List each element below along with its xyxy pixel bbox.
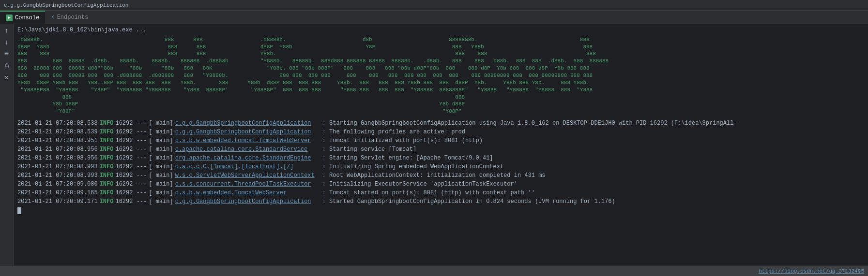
log-thread-7: [ main] — [149, 171, 173, 180]
log-timestamp-7: 2021-01-21 07:20:08.993 — [17, 171, 98, 180]
tab-endpoints[interactable]: ⚡ Endpoints — [45, 11, 94, 24]
log-message-2: : The following profiles are active: pro… — [322, 128, 864, 136]
log-level-8: INFO — [100, 180, 114, 189]
log-level-7: INFO — [100, 171, 114, 180]
log-class-2[interactable]: c.g.g.GangbbSpringbootConfigApplication — [175, 128, 320, 136]
log-level-10: INFO — [100, 197, 114, 206]
tab-console[interactable]: ▶ Console — [0, 11, 45, 24]
log-level-3: INFO — [100, 136, 114, 145]
log-line-8: 2021-01-21 07:20:09.080 INFO 16292 --- [… — [17, 180, 864, 189]
status-link[interactable]: https://blog.csdn.net/qq_37132495 — [759, 268, 864, 274]
log-pid-9: 16292 --- — [115, 189, 147, 197]
log-line-4: 2021-01-21 07:20:08.956 INFO 16292 --- [… — [17, 145, 864, 154]
log-pid-3: 16292 --- — [115, 136, 147, 145]
log-line-2: 2021-01-21 07:20:08.539 INFO 16292 --- [… — [17, 128, 864, 136]
log-class-7[interactable]: w.s.c.ServletWebServerApplicationContext — [175, 171, 320, 180]
log-thread-4: [ main] — [149, 145, 173, 154]
log-thread-5: [ main] — [149, 154, 173, 162]
log-line-3: 2021-01-21 07:20:08.951 INFO 16292 --- [… — [17, 136, 864, 145]
log-message-4: : Starting service [Tomcat] — [322, 145, 864, 154]
log-timestamp-8: 2021-01-21 07:20:09.080 — [17, 180, 98, 189]
log-thread-8: [ main] — [149, 180, 173, 189]
log-timestamp-9: 2021-01-21 07:20:09.165 — [17, 189, 98, 197]
log-pid-1: 16292 --- — [115, 119, 147, 128]
tab-endpoints-label: Endpoints — [57, 14, 89, 21]
log-message-3: : Tomcat initialized with port(s): 8081 … — [322, 136, 864, 145]
log-timestamp-4: 2021-01-21 07:20:08.956 — [17, 145, 98, 154]
title-bar: c.g.g.GangbbSpringbootConfigApplication — [0, 0, 868, 11]
log-line-6: 2021-01-21 07:20:08.993 INFO 16292 --- [… — [17, 162, 864, 171]
log-class-10[interactable]: c.g.g.GangbbSpringbootConfigApplication — [175, 197, 320, 206]
log-timestamp-3: 2021-01-21 07:20:08.951 — [17, 136, 98, 145]
log-thread-9: [ main] — [149, 189, 173, 197]
log-pid-10: 16292 --- — [115, 197, 147, 206]
log-level-9: INFO — [100, 189, 114, 197]
status-bar: https://blog.csdn.net/qq_37132495 — [0, 265, 868, 276]
log-line-1: 2021-01-21 07:20:08.538 INFO 16292 --- [… — [17, 119, 864, 128]
log-class-3[interactable]: o.s.b.w.embedded.tomcat.TomcatWebServer — [175, 136, 320, 145]
log-message-6: : Initializing Spring embedded WebApplic… — [322, 162, 864, 171]
log-thread-2: [ main] — [149, 128, 173, 136]
log-thread-1: [ main] — [149, 119, 173, 128]
console-output[interactable]: E:\Java\jdk1.8.0_162\bin\java.exe ... .d… — [14, 24, 868, 265]
log-pid-4: 16292 --- — [115, 145, 147, 154]
log-message-7: : Root WebApplicationContext: initializa… — [322, 171, 864, 180]
log-level-2: INFO — [100, 128, 114, 136]
log-line-10: 2021-01-21 07:20:09.171 INFO 16292 --- [… — [17, 197, 864, 206]
log-level-4: INFO — [100, 145, 114, 154]
log-timestamp-5: 2021-01-21 07:20:08.956 — [17, 154, 98, 162]
log-line-5: 2021-01-21 07:20:08.956 INFO 16292 --- [… — [17, 154, 864, 162]
cursor-line — [17, 207, 864, 215]
tab-console-label: Console — [15, 15, 39, 21]
java-path: E:\Java\jdk1.8.0_162\bin\java.exe ... — [17, 26, 864, 34]
log-level-5: INFO — [100, 154, 114, 162]
log-pid-5: 16292 --- — [115, 154, 147, 162]
spring-ascii-art: .d8888b. 888 888 .d8888b. d8b 8888888b. … — [17, 36, 864, 115]
title-text: c.g.g.GangbbSpringbootConfigApplication — [4, 2, 128, 8]
log-thread-10: [ main] — [149, 197, 173, 206]
log-class-6[interactable]: o.a.c.c.C.[Tomcat].[localhost].[/] — [175, 162, 320, 171]
log-pid-6: 16292 --- — [115, 162, 147, 171]
log-level-6: INFO — [100, 162, 114, 171]
log-class-9[interactable]: o.s.b.w.embedded.TomcatWebServer — [175, 189, 320, 197]
clear-button[interactable]: ✕ — [2, 73, 12, 82]
log-class-1[interactable]: c.g.g.GangbbSpringbootConfigApplication — [175, 119, 320, 128]
console-icon: ▶ — [6, 15, 13, 21]
print-button[interactable]: ⎙ — [2, 61, 12, 71]
log-timestamp-10: 2021-01-21 07:20:09.171 — [17, 197, 98, 206]
log-pid-2: 16292 --- — [115, 128, 147, 136]
log-thread-3: [ main] — [149, 136, 173, 145]
log-class-5[interactable]: org.apache.catalina.core.StandardEngine — [175, 154, 320, 162]
log-timestamp-6: 2021-01-21 07:20:08.993 — [17, 162, 98, 171]
log-message-9: : Tomcat started on port(s): 8081 (http)… — [322, 189, 864, 197]
log-line-7: 2021-01-21 07:20:08.993 INFO 16292 --- [… — [17, 171, 864, 180]
log-class-8[interactable]: o.s.s.concurrent.ThreadPoolTaskExecutor — [175, 180, 320, 189]
log-message-10: : Started GangbbSpringbootConfigApplicat… — [322, 197, 864, 206]
log-message-5: : Starting Servlet engine: [Apache Tomca… — [322, 154, 864, 162]
terminal-cursor — [17, 207, 21, 214]
log-level-1: INFO — [100, 119, 114, 128]
main-area: ↑ ↓ ≡ ⎙ ✕ E:\Java\jdk1.8.0_162\bin\java.… — [0, 24, 868, 265]
log-line-9: 2021-01-21 07:20:09.165 INFO 16292 --- [… — [17, 189, 864, 197]
log-timestamp-2: 2021-01-21 07:20:08.539 — [17, 128, 98, 136]
log-pid-8: 16292 --- — [115, 180, 147, 189]
tab-bar: ▶ Console ⚡ Endpoints — [0, 11, 868, 24]
log-timestamp-1: 2021-01-21 07:20:08.538 — [17, 119, 98, 128]
toolbar: ↑ ↓ ≡ ⎙ ✕ — [0, 24, 14, 265]
log-message-8: : Initializing ExecutorService 'applicat… — [322, 180, 864, 189]
scroll-up-button[interactable]: ↑ — [2, 26, 12, 36]
log-thread-6: [ main] — [149, 162, 173, 171]
soft-wrap-button[interactable]: ≡ — [2, 49, 12, 59]
log-message-1: : Starting GangbbSpringbootConfigApplica… — [322, 119, 864, 128]
scroll-down-button[interactable]: ↓ — [2, 38, 12, 47]
log-pid-7: 16292 --- — [115, 171, 147, 180]
endpoints-icon: ⚡ — [51, 14, 54, 21]
log-class-4[interactable]: o.apache.catalina.core.StandardService — [175, 145, 320, 154]
